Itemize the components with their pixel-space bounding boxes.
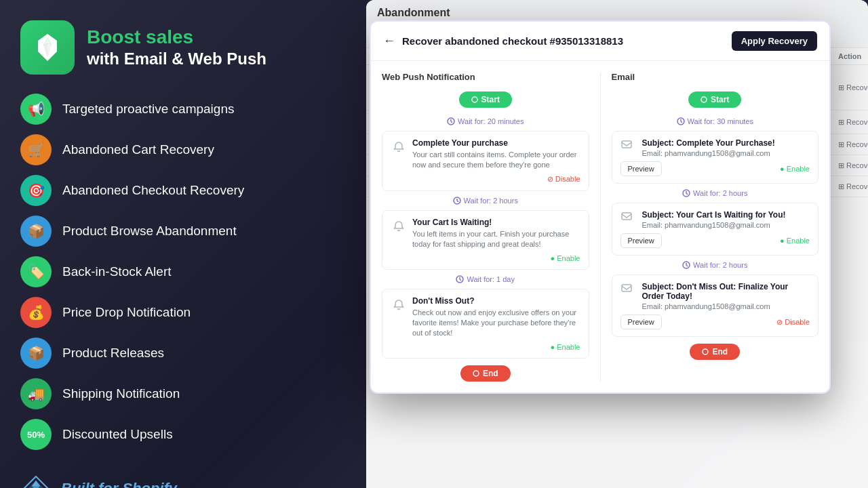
svg-marker-9 [32, 481, 40, 486]
feature-item-shipping[interactable]: 🚚Shipping Notification [20, 375, 312, 412]
email3-subject: Subject: Don't Miss Out: Finalize Your O… [642, 282, 810, 301]
modal-overlay: ← Recover abandoned checkout #9350133188… [332, 14, 868, 488]
feature-label-price-drop: Price Drop Notification [62, 305, 191, 320]
feature-label-cart-recovery: Abandoned Cart Recovery [62, 142, 214, 157]
svg-line-28 [686, 193, 688, 195]
svg-line-13 [451, 121, 452, 123]
enable-button-3[interactable]: ● Enable [551, 343, 580, 351]
bell-icon-3 [391, 297, 407, 313]
web-push-card-1: Complete Your purchase Your cart still c… [382, 131, 589, 191]
feature-label-browse-abandonment: Product Browse Abandonment [62, 224, 237, 239]
feature-item-price-drop[interactable]: 💰Price Drop Notification [20, 294, 312, 331]
email-start-button[interactable]: Start [688, 92, 741, 108]
web-push-column-title: Web Push Notification [382, 72, 589, 82]
built-for-shopify-label: Built for Shopify [61, 480, 177, 488]
svg-point-10 [472, 97, 477, 102]
card2-title: Your Cart Is Waiting! [412, 218, 580, 227]
end-node: End [382, 365, 589, 382]
svg-line-19 [460, 279, 461, 281]
email-enable-button-2[interactable]: ● Enable [780, 237, 810, 245]
email-enable-button-1[interactable]: ● Enable [780, 165, 810, 173]
email-end-button[interactable]: End [690, 344, 740, 360]
feature-item-checkout-recovery[interactable]: 🎯Abandoned Checkout Recovery [20, 172, 312, 209]
disable-button-1[interactable]: ⊘ Disable [547, 175, 580, 184]
feature-item-cart-recovery[interactable]: 🛒Abandoned Cart Recovery [20, 131, 312, 168]
feature-label-back-in-stock: Back-in-Stock Alert [62, 264, 172, 279]
card1-title: Complete Your purchase [412, 138, 580, 148]
apply-recovery-button[interactable]: Apply Recovery [732, 31, 817, 51]
column-divider [600, 72, 601, 382]
right-area: Abandonment Abandoned Checkout Abandoned… [332, 0, 868, 488]
web-push-column: Web Push Notification Start Wait for: 20… [382, 72, 589, 382]
feature-icon-browse-abandonment: 📦 [20, 216, 52, 247]
email-column-title: Email [612, 72, 819, 82]
feature-item-product-releases[interactable]: 📦Product Releases [20, 335, 312, 371]
feature-icon-upsells: 50% [20, 419, 52, 450]
modal-header-left: ← Recover abandoned checkout #9350133188… [383, 34, 623, 48]
feature-icon-checkout-recovery: 🎯 [20, 175, 52, 206]
email-disable-button-3[interactable]: ⊘ Disable [776, 318, 810, 327]
bell-icon [391, 139, 407, 155]
preview-button-1[interactable]: Preview [620, 161, 662, 176]
feature-item-campaigns[interactable]: 📢Targeted proactive campaigns [20, 91, 312, 127]
email-column: Email Start Wait for: 30 minutes [612, 72, 819, 382]
feature-label-product-releases: Product Releases [62, 346, 164, 361]
built-for-shopify: Built for Shopify [20, 473, 312, 488]
svg-rect-29 [622, 213, 631, 220]
email3-addr: Email: phamvandung1508@gmail.com [642, 302, 810, 310]
email-card-1: Subject: Complete Your Purchase! Email: … [612, 131, 819, 184]
feature-icon-product-releases: 📦 [20, 338, 52, 369]
preview-button-2[interactable]: Preview [620, 233, 662, 248]
wait-badge-3: Wait for: 1 day [382, 275, 589, 283]
brand-subtitle: with Email & Web Push [87, 48, 267, 69]
svg-point-20 [473, 371, 479, 376]
feature-item-upsells[interactable]: 50%Discounted Upsells [20, 416, 312, 453]
modal-body: Web Push Notification Start Wait for: 20… [371, 61, 829, 392]
feature-icon-shipping: 🚚 [20, 378, 52, 409]
email-end-node: End [612, 344, 819, 360]
feature-label-campaigns: Targeted proactive campaigns [62, 102, 234, 117]
email2-addr: Email: phamvandung1508@gmail.com [642, 221, 786, 229]
svg-line-24 [681, 121, 682, 123]
feature-item-browse-abandonment[interactable]: 📦Product Browse Abandonment [20, 213, 312, 249]
email-card-3: Subject: Don't Miss Out: Finalize Your O… [612, 274, 819, 337]
brand-title: Boost sales [87, 26, 267, 49]
svg-point-21 [701, 97, 707, 102]
svg-line-32 [686, 265, 688, 266]
web-push-card-3: Don't Miss Out? Check out now and enjoy … [382, 289, 589, 359]
email-start-node: Start [612, 92, 819, 108]
card1-desc: Your cart still contains items. Complete… [412, 150, 580, 171]
start-node: Start [382, 92, 589, 108]
svg-point-34 [703, 349, 708, 354]
left-panel: Boost sales with Email & Web Push 📢Targe… [0, 0, 332, 488]
email1-subject: Subject: Complete Your Purchase! [642, 138, 775, 148]
email1-addr: Email: phamvandung1508@gmail.com [642, 149, 775, 157]
brand-logo [20, 20, 75, 75]
email-wait-badge-2: Wait for: 2 hours [612, 189, 819, 197]
card3-title: Don't Miss Out? [412, 296, 580, 306]
wait-badge-1: Wait for: 20 minutes [382, 117, 589, 125]
enable-button-2[interactable]: ● Enable [551, 254, 580, 262]
feature-label-checkout-recovery: Abandoned Checkout Recovery [62, 183, 244, 198]
email-wait-badge-3: Wait for: 2 hours [612, 261, 819, 269]
preview-button-3[interactable]: Preview [620, 314, 662, 329]
feature-icon-price-drop: 💰 [20, 297, 52, 328]
modal-title: Recover abandoned checkout #935013318813 [402, 35, 623, 47]
shopify-diamond-icon [20, 473, 52, 488]
svg-line-16 [457, 201, 458, 202]
svg-rect-25 [622, 141, 631, 148]
brand-text: Boost sales with Email & Web Push [87, 26, 267, 70]
feature-label-upsells: Discounted Upsells [62, 427, 173, 442]
card2-desc: You left items in your cart. Finish your… [412, 229, 580, 250]
feature-item-back-in-stock[interactable]: 🏷️Back-in-Stock Alert [20, 253, 312, 290]
email-icon-1 [620, 138, 637, 155]
start-button[interactable]: Start [459, 92, 512, 108]
email-icon-3 [620, 282, 637, 298]
recovery-modal: ← Recover abandoned checkout #9350133188… [370, 20, 831, 394]
email-icon-2 [620, 210, 637, 226]
back-button[interactable]: ← [383, 34, 395, 48]
feature-icon-campaigns: 📢 [20, 94, 52, 125]
end-button[interactable]: End [460, 365, 511, 382]
bell-icon-2 [391, 218, 407, 235]
brand-header: Boost sales with Email & Web Push [20, 20, 312, 75]
